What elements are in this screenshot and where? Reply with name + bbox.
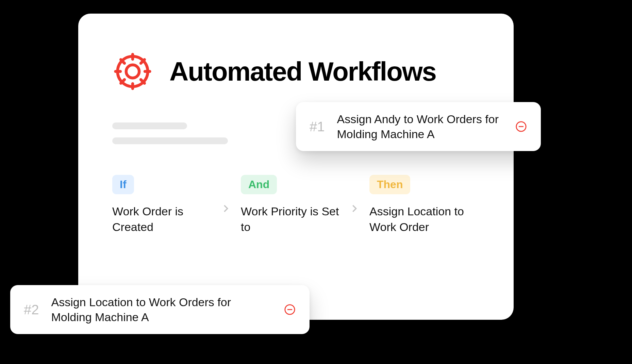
rule-and-block[interactable]: And Work Priority is Set to [241, 175, 339, 235]
workflow-title: Assign Location to Work Orders for Moldi… [51, 295, 272, 325]
workflow-number: #2 [24, 302, 39, 317]
and-pill: And [241, 175, 277, 194]
chevron-right-icon [350, 204, 359, 213]
chevron-right-icon [221, 204, 231, 213]
rule-if-block[interactable]: If Work Order is Created [112, 175, 211, 235]
workflow-title: Assign Andy to Work Orders for Molding M… [337, 112, 503, 142]
workflow-card[interactable]: #1 Assign Andy to Work Orders for Moldin… [296, 102, 541, 151]
if-pill: If [112, 175, 134, 194]
then-text: Assign Location to Work Order [369, 204, 468, 235]
workflows-panel: Automated Workflows If Work Order is Cre… [78, 14, 514, 320]
header-row: Automated Workflows [112, 51, 480, 92]
page-title: Automated Workflows [169, 56, 436, 87]
remove-icon[interactable] [515, 120, 527, 133]
then-pill: Then [369, 175, 410, 194]
gear-icon [112, 51, 153, 92]
and-text: Work Priority is Set to [241, 204, 339, 235]
remove-icon[interactable] [284, 303, 296, 316]
skeleton-line [112, 137, 228, 144]
workflow-number: #1 [310, 119, 325, 134]
rule-then-block[interactable]: Then Assign Location to Work Order [369, 175, 468, 235]
svg-point-0 [126, 65, 139, 78]
if-text: Work Order is Created [112, 204, 211, 235]
rule-builder: If Work Order is Created And Work Priori… [112, 175, 480, 235]
workflow-card[interactable]: #2 Assign Location to Work Orders for Mo… [10, 285, 310, 334]
skeleton-line [112, 122, 187, 129]
